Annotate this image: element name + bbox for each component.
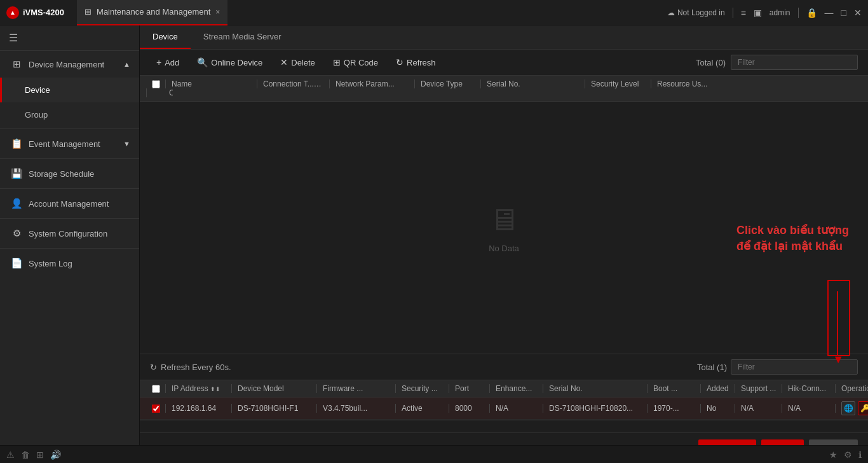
sidebar-toggle[interactable]: ☰ <box>0 25 139 51</box>
bottom-total-label: Total (1) <box>697 363 727 372</box>
row-model: DS-7108HGHI-F1 <box>234 404 316 413</box>
header-security: Security ... <box>398 384 449 393</box>
col-divider <box>489 404 490 413</box>
col-divider <box>585 79 585 88</box>
refresh-button[interactable]: ↻ Refresh <box>390 55 442 70</box>
header-boot: Boot ... <box>649 384 700 393</box>
header-name: Name <box>168 79 257 88</box>
header-serial-no: Serial No. <box>483 79 585 88</box>
trash-icon[interactable]: 🗑 <box>21 450 30 460</box>
sidebar-item-label: Group <box>25 110 48 120</box>
col-divider <box>395 404 396 413</box>
close-button[interactable]: ✕ <box>854 8 862 18</box>
settings-icon: ⚙ <box>11 228 22 239</box>
refresh-cycle-icon: ↻ <box>150 363 157 372</box>
username-label: admin <box>770 8 790 17</box>
star-icon[interactable]: ★ <box>829 450 837 460</box>
col-divider <box>647 384 648 393</box>
sidebar-divider <box>0 218 139 219</box>
add-button[interactable]: + Add <box>150 55 186 70</box>
col-divider <box>449 384 449 393</box>
header-ip: IP Address ⬆⬇ <box>168 384 231 393</box>
list-icon[interactable]: ≡ <box>741 8 746 18</box>
row-boot: 1970-... <box>649 404 700 413</box>
delete-icon: ✕ <box>280 57 288 67</box>
header-enhance: Enhance... <box>492 384 543 393</box>
col-divider <box>165 79 166 88</box>
key-icon-button[interactable]: 🔑 <box>858 401 868 415</box>
sidebar-item-system-configuration[interactable]: ⚙ System Configuration <box>0 220 139 247</box>
col-divider <box>395 384 396 393</box>
header-connection-type: Connection T...⬆⬇ <box>259 79 329 88</box>
sidebar-item-storage-schedule[interactable]: 💾 Storage Schedule <box>0 160 139 187</box>
row-checkbox[interactable] <box>152 404 160 413</box>
tab-close-button[interactable]: × <box>215 8 220 17</box>
sidebar-item-event-management[interactable]: 📋 Event Management ▼ <box>0 130 139 157</box>
row-checkbox-cell <box>146 404 165 413</box>
row-enhance: N/A <box>492 404 543 413</box>
login-status[interactable]: ☁ Not Logged in <box>667 8 725 17</box>
online-device-button[interactable]: 🔍 Online Device <box>191 55 269 70</box>
tab-device-label: Device <box>153 32 178 41</box>
col-divider <box>316 404 317 413</box>
sidebar-item-group[interactable]: Group <box>0 102 139 127</box>
app-logo-icon: ▲ <box>6 6 19 19</box>
main-tab[interactable]: ⊞ Maintenance and Management × <box>77 0 227 25</box>
tab-device[interactable]: Device <box>140 25 191 49</box>
online-device-label: Online Device <box>211 58 262 67</box>
sidebar: ☰ ⊞ Device Management ▲ Device Group 📋 E… <box>0 25 140 463</box>
header-model: Device Model <box>234 384 316 393</box>
col-divider <box>329 79 330 88</box>
titlebar-right: ☁ Not Logged in ≡ ▣ admin 🔒 — □ ✕ <box>667 8 862 18</box>
sidebar-item-label: System Configuration <box>29 229 107 238</box>
tab-label: Maintenance and Management <box>97 7 210 17</box>
filter-input[interactable] <box>731 55 858 70</box>
row-added: No <box>703 404 735 413</box>
empty-icon: 🖥 <box>489 202 519 237</box>
sidebar-item-label: Storage Schedule <box>29 169 94 179</box>
tab-stream-label: Stream Media Server <box>203 32 281 41</box>
sidebar-item-system-log[interactable]: 📄 System Log <box>0 250 139 277</box>
settings-icon[interactable]: ⚙ <box>844 450 852 460</box>
content-tab-bar: Device Stream Media Server <box>140 25 868 50</box>
add-icon: + <box>156 57 161 67</box>
select-all-checkbox[interactable] <box>152 80 160 88</box>
bottom-table-header: IP Address ⬆⬇ Device Model Firmware ... … <box>140 380 868 397</box>
bottom-filter-input[interactable] <box>731 359 858 375</box>
refresh-cycle-label: Refresh Every 60s. <box>161 363 231 372</box>
sidebar-item-label: Device Management <box>29 60 104 69</box>
sidebar-item-device-management[interactable]: ⊞ Device Management ▲ <box>0 51 139 78</box>
divider <box>798 8 799 18</box>
minimize-button[interactable]: — <box>825 8 834 18</box>
col-divider <box>231 384 232 393</box>
row-firmware: V3.4.75buil... <box>319 404 395 413</box>
web-icon-button[interactable]: 🌐 <box>841 401 855 415</box>
lock-icon[interactable]: 🔒 <box>806 8 817 18</box>
monitor-icon[interactable]: ▣ <box>754 8 762 18</box>
grid-icon[interactable]: ⊞ <box>36 450 44 460</box>
speaker-icon[interactable]: 🔊 <box>50 450 61 460</box>
qr-code-button[interactable]: ⊞ QR Code <box>327 55 384 70</box>
bottom-select-all[interactable] <box>152 385 160 393</box>
header-checkbox-cell <box>146 80 165 88</box>
col-divider <box>835 404 836 413</box>
table-row: 192.168.1.64 DS-7108HGHI-F1 V3.4.75buil.… <box>140 397 868 420</box>
chevron-down-icon: ▼ <box>123 140 130 148</box>
col-divider <box>165 404 166 413</box>
maximize-button[interactable]: □ <box>841 8 846 18</box>
warning-icon[interactable]: ⚠ <box>6 450 15 460</box>
sidebar-item-device[interactable]: Device <box>0 78 139 102</box>
delete-button[interactable]: ✕ Delete <box>274 55 322 70</box>
header-added: Added <box>703 384 735 393</box>
qr-icon: ⊞ <box>333 57 341 67</box>
col-divider <box>146 88 147 97</box>
sidebar-item-label: Account Management <box>29 199 109 209</box>
sidebar-item-account-management[interactable]: 👤 Account Management <box>0 190 139 217</box>
tab-stream-media-server[interactable]: Stream Media Server <box>191 25 294 49</box>
scrollbar-area[interactable] <box>140 420 868 432</box>
sidebar-section: ⊞ Device Management ▲ Device Group 📋 Eve… <box>0 51 139 277</box>
header-firmware: Firmware ... <box>319 384 395 393</box>
total-label: Total (0) <box>696 58 726 67</box>
info-icon[interactable]: ℹ <box>858 450 862 460</box>
storage-icon: 💾 <box>11 168 22 179</box>
